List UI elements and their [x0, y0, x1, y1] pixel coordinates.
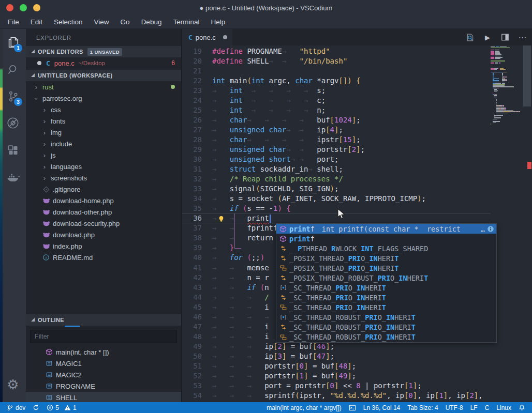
lightbulb-icon[interactable]: [217, 215, 225, 223]
menu-edit[interactable]: Edit: [25, 17, 48, 27]
outline-item-progname[interactable]: PROGNAME: [26, 380, 181, 392]
code-line-33[interactable]: 33→ signal(SIGCHLD, SIG_IGN);: [182, 184, 491, 194]
encoding[interactable]: UTF-8: [442, 402, 467, 413]
code-line-21[interactable]: 21: [182, 66, 491, 76]
activity-manage[interactable]: ⚙: [0, 371, 26, 398]
code-line-28[interactable]: 28→ char→ → → → ipstr[15];: [182, 135, 491, 145]
code-line-54[interactable]: 54→ → → sprintf(ipstr, "%d.%d.%d.%d", ip…: [182, 391, 491, 401]
code-line-24[interactable]: 24→ int → → → → c;: [182, 96, 491, 105]
tree-item-js[interactable]: ›js: [26, 149, 181, 161]
notifications-bell[interactable]: [515, 402, 529, 413]
tree-item-include[interactable]: ›include: [26, 138, 181, 149]
code-line-53[interactable]: 53→ → → port = portstr[0] << 8 | portstr…: [182, 381, 491, 391]
run-button[interactable]: ▶: [482, 34, 493, 41]
tree-item-parrotsec-org[interactable]: ›parrotsec.org: [26, 93, 181, 104]
code-line-25[interactable]: 25→ int → → → → n;: [182, 105, 491, 115]
tree-item-fonts[interactable]: ›fonts: [26, 115, 181, 127]
tree-item--gitignore[interactable]: .gitignore: [26, 183, 181, 195]
suggest-item-10[interactable]: _SC_THREAD_ROBUST_PRIO_INHERIT: [276, 322, 496, 332]
code-line-49[interactable]: 49→ → → ip[2] = buf[46];: [182, 342, 491, 351]
code-line-23[interactable]: 23→ int → → → → s;: [182, 86, 491, 96]
code-line-20[interactable]: 20#define SHELL→ → "/bin/bash": [182, 56, 491, 66]
menu-view[interactable]: View: [88, 17, 115, 27]
language-mode[interactable]: C: [481, 402, 493, 413]
suggest-item-5[interactable]: _POSIX_THREAD_ROBUST_PRIO_INHERIT: [276, 273, 496, 283]
code-line-31[interactable]: 31→ struct sockaddr_in→ shell;: [182, 164, 491, 174]
eol[interactable]: LF: [467, 402, 481, 413]
window-close-button[interactable]: [6, 4, 13, 11]
tree-item-download-other-php[interactable]: download-other.php: [26, 206, 181, 218]
code-line-27[interactable]: 27→ unsigned char→ → ip[4];: [182, 125, 491, 135]
menu-file[interactable]: File: [2, 17, 25, 27]
symbol-context[interactable]: main(int argc, char * argv[]): [263, 402, 345, 413]
indentation[interactable]: Tab Size: 4: [404, 402, 441, 413]
cursor-position[interactable]: Ln 36, Col 14: [360, 402, 404, 413]
more-actions-button[interactable]: ⋯: [518, 33, 528, 42]
suggest-item-2[interactable]: __PTHREAD_RWLOCK_INT_FLAGS_SHARED: [276, 243, 496, 253]
menu-selection[interactable]: Selection: [48, 17, 88, 27]
activity-source-control[interactable]: 3: [0, 83, 26, 110]
terminal-button[interactable]: [345, 402, 360, 413]
suggest-item-7[interactable]: _SC_THREAD_PRIO_INHERIT: [276, 293, 496, 302]
code-line-29[interactable]: 29→ unsigned char→ → portstr[2];: [182, 145, 491, 155]
branch-indicator[interactable]: dev: [3, 402, 29, 413]
window-minimize-button[interactable]: [33, 4, 40, 11]
code-line-30[interactable]: 30→ unsigned short→ → port;: [182, 155, 491, 164]
code-line-35[interactable]: 35→ if (s == -1) {: [182, 204, 491, 213]
tree-item-download-php[interactable]: download.php: [26, 229, 181, 240]
suggest-item-3[interactable]: _POSIX_THREAD_PRIO_INHERIT: [276, 253, 496, 263]
info-circle-icon[interactable]: [487, 225, 494, 233]
activity-docker[interactable]: [0, 163, 26, 190]
menu-go[interactable]: Go: [115, 17, 136, 27]
suggest-item-8[interactable]: _SC_THREAD_PRIO_INHERIT: [276, 302, 496, 312]
tree-item-download-security-php[interactable]: download-security.php: [26, 218, 181, 229]
menu-help[interactable]: Help: [205, 17, 231, 27]
code-line-52[interactable]: 52→ → → portstr[1] = buf[49];: [182, 371, 491, 381]
outline-header[interactable]: OUTLINE: [26, 314, 181, 326]
remote-os[interactable]: Linux: [493, 402, 515, 413]
code-line-51[interactable]: 51→ → → portstr[0] = buf[48];: [182, 361, 491, 371]
window-maximize-button[interactable]: [20, 4, 27, 11]
scrollbar-thumb[interactable]: [523, 45, 531, 106]
suggest-item-6[interactable]: _SC_THREAD_PRIO_INHERIT: [276, 283, 496, 293]
activity-extensions[interactable]: [0, 136, 26, 163]
tree-item-css[interactable]: ›css: [26, 104, 181, 115]
outline-item-magic1[interactable]: MAGIC1: [26, 358, 181, 369]
outline-item-shell[interactable]: SHELL: [26, 392, 181, 402]
outline-item-magic2[interactable]: MAGIC2: [26, 369, 181, 380]
suggest-item-1[interactable]: printf: [276, 234, 496, 243]
outline-filter-input[interactable]: [31, 332, 176, 341]
tree-item-img[interactable]: ›img: [26, 127, 181, 138]
split-editor-button[interactable]: [500, 33, 510, 41]
open-editors-header[interactable]: OPEN EDITORS 1 UNSAVED: [26, 46, 181, 57]
activity-search[interactable]: [0, 56, 26, 83]
menu-debug[interactable]: Debug: [136, 17, 168, 27]
code-line-50[interactable]: 50→ → → ip[3] = buf[47];: [182, 351, 491, 361]
outline-item-main-int-char-[interactable]: main(int, char * []): [26, 346, 181, 358]
tree-item-rust[interactable]: ›rust: [26, 81, 181, 93]
tree-item-download-home-php[interactable]: download-home.php: [26, 195, 181, 206]
problems-indicator[interactable]: 51: [43, 402, 80, 413]
tree-item-languages[interactable]: ›languages: [26, 161, 181, 172]
workspace-header[interactable]: UNTITLED (WORKSPACE): [26, 70, 181, 81]
dirty-indicator-icon[interactable]: [223, 35, 227, 39]
code-line-26[interactable]: 26→ char→ → → → buf[1024];: [182, 115, 491, 125]
open-editor-pone.c[interactable]: Cpone.c~/Desktop6: [26, 57, 181, 69]
menu-terminal[interactable]: Terminal: [167, 17, 205, 27]
code-line-34[interactable]: 34→ s = socket (AF_INET, SOCK_RAW, IPPRO…: [182, 194, 491, 204]
code-line-19[interactable]: 19#define PROGNAME→ "httpd": [182, 47, 491, 56]
code-line-36[interactable]: 36→ → print: [182, 213, 491, 223]
suggest-item-9[interactable]: _SC_THREAD_ROBUST_PRIO_INHERIT: [276, 312, 496, 322]
tree-item-readme-md[interactable]: README.md: [26, 252, 181, 263]
activity-explorer[interactable]: 1: [0, 29, 26, 56]
code-line-32[interactable]: 32→ /* Reap child processes */: [182, 174, 491, 184]
tree-item-index-php[interactable]: index.php: [26, 240, 181, 252]
tab-pone-c[interactable]: C pone.c: [182, 29, 232, 45]
sync-button[interactable]: [29, 402, 43, 413]
suggest-item-11[interactable]: _SC_THREAD_ROBUST_PRIO_INHERIT: [276, 332, 496, 342]
suggest-item-0[interactable]: printfint printf(const char *__restrict_…: [276, 224, 496, 234]
tree-item-screenshots[interactable]: ›screenshots: [26, 172, 181, 183]
activity-debug[interactable]: [0, 110, 26, 136]
code-line-22[interactable]: 22int main(int argc, char *argv[]) {: [182, 76, 491, 86]
open-changes-button[interactable]: [465, 33, 475, 42]
